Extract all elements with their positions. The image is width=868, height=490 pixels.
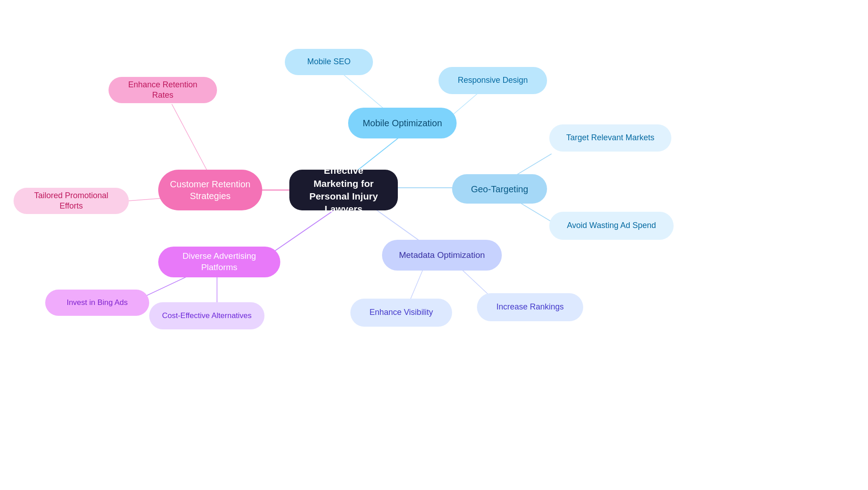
svg-line-1 [172, 104, 210, 176]
responsive-design-label: Responsive Design [458, 75, 528, 86]
invest-bing-label: Invest in Bing Ads [66, 298, 127, 308]
diverse-advertising-label: Diverse Advertising Platforms [169, 251, 269, 273]
metadata-optimization-label: Metadata Optimization [399, 250, 485, 261]
customer-retention-label: Customer Retention Strategies [170, 178, 250, 202]
enhance-visibility-label: Enhance Visibility [369, 307, 433, 318]
cost-effective-node: Cost-Effective Alternatives [149, 302, 264, 329]
diverse-advertising-node: Diverse Advertising Platforms [158, 247, 280, 277]
target-relevant-label: Target Relevant Markets [566, 133, 654, 143]
tailored-promotional-label: Tailored Promotional Efforts [24, 190, 118, 212]
geo-targeting-label: Geo-Targeting [471, 183, 528, 195]
avoid-wasting-node: Avoid Wasting Ad Spend [549, 212, 674, 240]
increase-rankings-node: Increase Rankings [477, 293, 583, 321]
tailored-promotional-node: Tailored Promotional Efforts [14, 188, 129, 214]
invest-bing-node: Invest in Bing Ads [45, 290, 149, 316]
increase-rankings-label: Increase Rankings [496, 302, 564, 312]
mobile-optimization-node: Mobile Optimization [348, 108, 457, 138]
avoid-wasting-label: Avoid Wasting Ad Spend [567, 220, 656, 231]
metadata-optimization-node: Metadata Optimization [382, 240, 502, 271]
enhance-retention-node: Enhance Retention Rates [108, 77, 217, 103]
mobile-seo-label: Mobile SEO [307, 57, 350, 67]
target-relevant-node: Target Relevant Markets [549, 124, 671, 152]
responsive-design-node: Responsive Design [439, 67, 547, 94]
center-label: Effective Marketing for Personal Injury … [300, 164, 387, 215]
geo-targeting-node: Geo-Targeting [452, 174, 547, 204]
mobile-seo-node: Mobile SEO [285, 49, 373, 75]
mobile-optimization-label: Mobile Optimization [363, 117, 442, 129]
cost-effective-label: Cost-Effective Alternatives [162, 311, 251, 321]
customer-retention-node: Customer Retention Strategies [158, 170, 262, 210]
center-node: Effective Marketing for Personal Injury … [289, 170, 398, 210]
enhance-retention-label: Enhance Retention Rates [119, 80, 206, 101]
enhance-visibility-node: Enhance Visibility [350, 299, 452, 327]
